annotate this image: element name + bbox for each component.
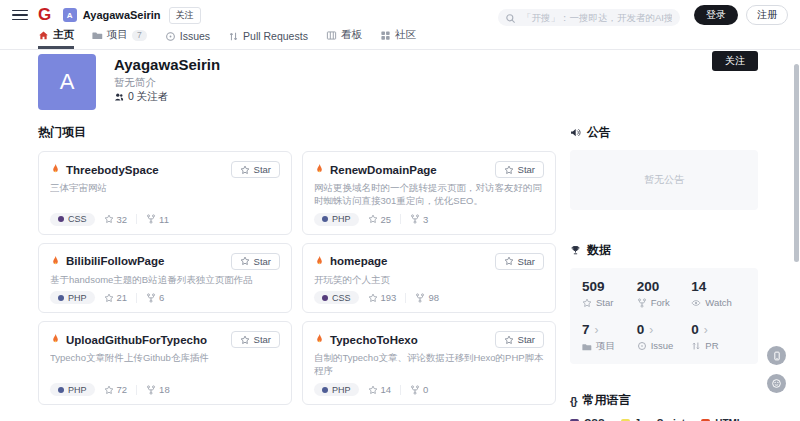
stat-prs[interactable]: 0 PR — [691, 322, 746, 353]
eye-icon — [691, 298, 701, 308]
project-card[interactable]: UploadGithubForTypecho Star Typecho文章附件上… — [38, 321, 292, 405]
star-count: 25 — [368, 214, 392, 225]
project-name[interactable]: homepage — [330, 255, 388, 267]
float-app-button[interactable] — [767, 346, 786, 365]
language-pill: PHP — [314, 213, 359, 226]
language-dot — [58, 216, 64, 222]
navbar-follow-button[interactable]: 关注 — [169, 7, 201, 24]
project-name[interactable]: BilibiliFollowPage — [66, 255, 164, 267]
language-pill: PHP — [314, 383, 359, 396]
fork-count: 6 — [146, 292, 164, 303]
project-meta: CSS 193 — [314, 291, 544, 304]
tab-label: 项目 — [107, 28, 128, 42]
popular-projects-title: 热门项目 — [38, 124, 556, 141]
star-button[interactable]: Star — [231, 253, 280, 270]
grid-icon — [380, 30, 391, 41]
flame-icon — [50, 163, 61, 176]
languages-title: {} 常用语言 — [570, 392, 758, 409]
language-dot — [322, 295, 328, 301]
divider — [136, 385, 137, 395]
star-icon — [504, 256, 514, 266]
announcement-empty-text: 暂无公告 — [644, 173, 684, 187]
star-button[interactable]: Star — [495, 253, 544, 270]
star-button[interactable]: Star — [231, 161, 280, 178]
divider — [400, 214, 401, 224]
star-count: 72 — [104, 384, 128, 395]
fork-count: 98 — [415, 292, 439, 303]
tab-pull-requests[interactable]: Pull Requests — [228, 30, 308, 49]
flame-icon — [314, 333, 325, 346]
project-name[interactable]: ThreebodySpace — [66, 164, 159, 176]
login-button[interactable]: 登录 — [694, 5, 738, 25]
star-button-label: Star — [518, 164, 535, 175]
project-meta: PHP 14 — [314, 383, 544, 396]
project-description: 网站更换域名时的一个跳转提示页面，对访客友好的同时蜘蛛访问直接301重定向，优化… — [314, 182, 544, 208]
project-description: 自制的Typecho文章、评论数据迁移到Hexo的PHP脚本程序 — [314, 352, 544, 378]
stats-section: 数据 509 Star 200 Fork — [570, 242, 758, 364]
project-card[interactable]: ThreebodySpace Star 三体宇宙网站 — [38, 151, 292, 235]
star-button[interactable]: Star — [495, 331, 544, 348]
project-name[interactable]: TypechoToHexo — [330, 334, 418, 346]
issue-icon — [165, 31, 176, 42]
project-card-header: TypechoToHexo Star — [314, 331, 544, 348]
profile-header: A AyagawaSeirin 暂无简介 0 关注者 关注 — [0, 50, 800, 122]
stat-fork: 200 Fork — [637, 279, 692, 308]
star-button[interactable]: Star — [495, 161, 544, 178]
popular-projects-grid: ThreebodySpace Star 三体宇宙网站 — [38, 151, 556, 405]
profile-name: AyagawaSeirin — [114, 56, 220, 73]
code-braces-icon: {} — [570, 395, 577, 407]
followers-row[interactable]: 0 关注者 — [114, 90, 168, 104]
tab-home[interactable]: 主页 — [38, 28, 74, 49]
star-button-label: Star — [518, 256, 535, 267]
stat-issues[interactable]: 0 Issue — [637, 322, 692, 353]
tab-issues[interactable]: Issues — [165, 30, 210, 49]
hamburger-menu-icon[interactable] — [12, 7, 28, 23]
project-card-header: ThreebodySpace Star — [50, 161, 280, 178]
star-icon — [504, 165, 514, 175]
project-card[interactable]: BilibiliFollowPage Star 基于handsome主题的B站追… — [38, 243, 292, 314]
star-button-label: Star — [254, 164, 271, 175]
project-card[interactable]: TypechoToHexo Star 自制的Typecho文章、评论数据迁移到H… — [302, 321, 556, 405]
flame-icon — [314, 255, 325, 268]
stat-projects[interactable]: 7 项目 — [582, 322, 637, 353]
tab-community[interactable]: 社区 — [380, 28, 416, 49]
star-button[interactable]: Star — [231, 331, 280, 348]
star-icon — [104, 385, 114, 395]
fork-count: 11 — [146, 214, 169, 225]
language-dot — [322, 216, 328, 222]
register-button[interactable]: 注册 — [746, 5, 788, 25]
stat-watch: 14 Watch — [691, 279, 746, 308]
project-card[interactable]: RenewDomainPage Star 网站更换域名时的一个跳转提示页面，对访… — [302, 151, 556, 235]
star-icon — [240, 256, 250, 266]
tab-projects[interactable]: 项目 7 — [92, 28, 147, 49]
float-feedback-button[interactable] — [767, 374, 786, 393]
chevron-right-icon[interactable] — [704, 324, 708, 336]
home-icon — [38, 30, 49, 41]
project-name[interactable]: RenewDomainPage — [330, 164, 437, 176]
stat-star: 509 Star — [582, 279, 637, 308]
chevron-right-icon[interactable] — [649, 324, 653, 336]
star-count: 21 — [104, 292, 128, 303]
flame-icon — [314, 163, 325, 176]
trophy-icon — [570, 245, 581, 256]
project-name[interactable]: UploadGithubForTypecho — [66, 334, 207, 346]
search-input[interactable] — [498, 9, 680, 26]
divider — [405, 293, 406, 303]
project-card-header: homepage Star — [314, 253, 544, 270]
right-column: 公告 暂无公告 数据 509 Star — [570, 124, 758, 421]
projects-count-badge: 7 — [132, 30, 147, 41]
follow-button[interactable]: 关注 — [712, 51, 758, 71]
language-pill: CSS — [314, 291, 359, 304]
project-card[interactable]: homepage Star 开玩笑的个人主页 — [302, 243, 556, 314]
chevron-right-icon[interactable] — [595, 324, 599, 336]
issue-icon — [637, 341, 647, 351]
fork-icon — [146, 385, 156, 395]
language-name: PHP — [68, 385, 87, 395]
project-card-header: UploadGithubForTypecho Star — [50, 331, 280, 348]
tab-board[interactable]: 看板 — [326, 28, 362, 49]
gitee-logo[interactable]: G — [38, 5, 51, 25]
scrollbar-thumb[interactable] — [794, 64, 799, 262]
navbar-username[interactable]: AyagawaSeirin — [83, 9, 161, 21]
divider — [400, 385, 401, 395]
language-name: PHP — [332, 385, 351, 395]
